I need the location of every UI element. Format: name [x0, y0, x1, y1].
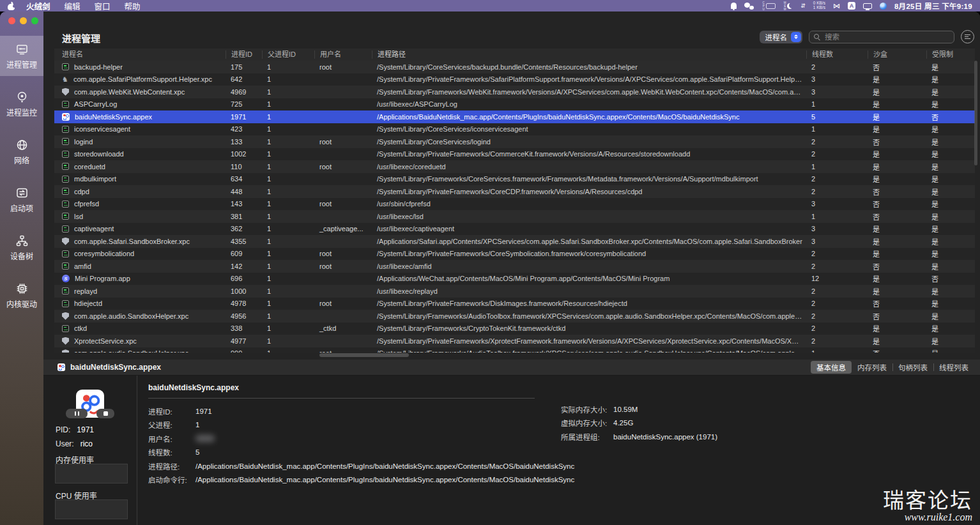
pid-cell: 4956	[226, 312, 262, 320]
tab-基本信息[interactable]: 基本信息	[811, 361, 852, 374]
sidebar-item-内核驱动[interactable]: 内核驱动	[0, 275, 43, 316]
process-name-cell: cdpd	[54, 188, 226, 195]
threads-cell: 3	[806, 200, 868, 208]
table-row[interactable]: iconservicesagent4231/System/Library/Cor…	[54, 123, 975, 136]
menu-item-1[interactable]: 编辑	[65, 0, 80, 12]
table-row[interactable]: ctkd3381_ctkd/System/Library/Frameworks/…	[54, 323, 975, 335]
filter-select[interactable]: 进程名	[760, 31, 803, 43]
table-row[interactable]: SMini Program.app6961/Applications/WeCha…	[54, 273, 975, 285]
menu-item-2[interactable]: 窗口	[95, 0, 111, 12]
table-row[interactable]: com.apple.WebKit.WebContent.xpc49691/Sys…	[54, 86, 975, 98]
table-row[interactable]: amfid1421root/usr/libexec/amfid2否是	[54, 260, 975, 273]
process-name-cell: baiduNetdiskSync.appex	[54, 113, 226, 121]
column-header-1[interactable]: 进程ID	[226, 50, 262, 59]
sidebar-nav: 进程管理进程监控网络启动项设备树内核驱动	[0, 36, 43, 323]
table-row[interactable]: com.apple.audio.SandboxHelper.xpc49561/S…	[54, 310, 975, 323]
table-row[interactable]: captiveagent3621_captiveage.../usr/libex…	[54, 223, 975, 236]
column-header-0[interactable]: 进程名	[54, 50, 226, 59]
process-name: replayd	[74, 287, 97, 295]
sidebar-item-启动项[interactable]: 启动项	[0, 179, 43, 220]
restricted-cell: 是	[926, 87, 975, 97]
sidebar-item-进程管理[interactable]: 进程管理	[0, 36, 43, 76]
tab-内存列表[interactable]: 内存列表	[852, 361, 892, 374]
table-row[interactable]: XprotectService.xpc49771/System/Library/…	[54, 335, 975, 347]
column-header-3[interactable]: 用户名	[314, 50, 372, 59]
table-row[interactable]: ASPCarryLog7251/usr/libexec/ASPCarryLog1…	[54, 98, 975, 111]
process-name-cell: storedownloadd	[54, 150, 226, 158]
menubar-clock[interactable]: 8月25日 周三 下午9:19	[894, 1, 972, 11]
restricted-cell: 否	[926, 273, 975, 284]
vertical-scrollbar-thumb[interactable]	[974, 61, 977, 165]
bowtie-icon[interactable]: ⋈	[833, 3, 840, 10]
tab-线程列表[interactable]: 线程列表	[933, 361, 974, 374]
sidebar-item-设备树[interactable]: 设备树	[0, 227, 43, 268]
minimize-button[interactable]	[20, 17, 27, 24]
sandbox-cell: 是	[868, 273, 926, 284]
threads-cell: 3	[806, 238, 868, 245]
process-name: baiduNetdiskSync.appex	[75, 113, 152, 121]
basic-info-section: baiduNetdiskSync.appex 进程ID:1971父进程:1用户名…	[148, 383, 507, 487]
field-value: baiduNetdiskSync.appex (1971)	[613, 433, 717, 441]
table-row[interactable]: mdbulkimport6341/System/Library/Framewor…	[54, 173, 975, 186]
table-row[interactable]: cdpd4481/System/Library/PrivateFramework…	[54, 185, 975, 198]
horizontal-scrollbar-thumb[interactable]	[319, 353, 409, 357]
browser-icon[interactable]	[880, 3, 887, 10]
zoom-button[interactable]	[31, 17, 38, 24]
column-options-button[interactable]	[961, 30, 974, 43]
path-cell: /System/Library/Frameworks/CoreServices.…	[372, 175, 806, 183]
sidebar-item-网络[interactable]: 网络	[0, 132, 43, 172]
column-header-2[interactable]: 父进程ID	[262, 50, 314, 59]
info-field: 进程ID:1971	[148, 404, 507, 418]
table-row[interactable]: logind1331root/System/Library/CoreServic…	[54, 135, 975, 148]
basic-info-title: baiduNetdiskSync.appex	[148, 383, 507, 392]
sandbox-cell: 是	[868, 323, 926, 333]
table-row[interactable]: ♞com.apple.SafariPlatformSupport.Helper.…	[54, 73, 975, 86]
column-header-7[interactable]: 受限制	[926, 50, 975, 59]
process-name: ctkd	[74, 324, 87, 332]
table-row[interactable]: cfprefsd1431root/usr/sbin/cfprefsd3否是	[54, 198, 975, 211]
column-header-5[interactable]: 线程数	[806, 50, 868, 59]
ppid-cell: 1	[262, 287, 314, 295]
filter-select-value: 进程名	[765, 32, 788, 42]
pause-process-button[interactable]	[66, 409, 88, 418]
ppid-cell: 1	[262, 238, 314, 245]
table-row[interactable]: lsd3811/usr/libexec/lsd1否是	[54, 210, 975, 223]
table-row[interactable]: baiduNetdiskSync.appex19711/Applications…	[54, 110, 975, 123]
table-row[interactable]: com.apple.audio.SandboxHelper.xpc9991roo…	[54, 347, 975, 353]
notification-bell-icon[interactable]	[731, 3, 737, 9]
process-name: iconservicesagent	[74, 125, 130, 133]
input-source-icon[interactable]: A	[848, 2, 855, 10]
close-button[interactable]	[8, 17, 15, 24]
ppid-cell: 1	[262, 300, 314, 307]
table-row[interactable]: com.apple.Safari.SandboxBroker.xpc43551/…	[54, 235, 975, 248]
cpu-meter-icon[interactable]: CPU	[762, 1, 776, 11]
process-name-cell: captiveagent	[54, 225, 226, 232]
stop-process-button[interactable]	[96, 409, 114, 418]
restricted-cell: 是	[926, 186, 975, 197]
table-row[interactable]: backupd-helper1751root/System/Library/Co…	[54, 61, 975, 73]
table-row[interactable]: storedownloadd10021/System/Library/Priva…	[54, 148, 975, 161]
field-label: 用户名:	[148, 434, 195, 444]
transfer-arrows-icon[interactable]: ⇵	[800, 3, 806, 9]
ppid-cell: 1	[262, 312, 314, 320]
menu-item-3[interactable]: 帮助	[125, 0, 141, 12]
mem-meter-icon[interactable]: MEM	[783, 1, 793, 11]
sandbox-cell: 是	[868, 286, 926, 296]
table-row[interactable]: replayd10001/usr/libexec/replayd2是是	[54, 285, 975, 298]
table-row[interactable]: coreduetd1101root/usr/libexec/coreduetd1…	[54, 160, 975, 173]
apple-logo-icon[interactable]	[8, 2, 15, 10]
column-header-4[interactable]: 进程路径	[372, 50, 806, 59]
table-row[interactable]: coresymbolicationd6091root/System/Librar…	[54, 248, 975, 261]
sidebar-item-进程监控[interactable]: 进程监控	[0, 84, 43, 124]
tab-句柄列表[interactable]: 句柄列表	[892, 361, 933, 374]
process-name-cell: ♞com.apple.SafariPlatformSupport.Helper.…	[54, 75, 226, 83]
wechat-icon[interactable]	[744, 3, 754, 10]
terminal-icon	[62, 201, 69, 208]
table-row[interactable]: hdiejectd49781root/System/Library/Privat…	[54, 298, 975, 310]
search-input[interactable]	[823, 33, 949, 42]
display-icon[interactable]	[863, 3, 872, 9]
menu-item-0[interactable]: 火绒剑	[26, 0, 50, 12]
network-speed[interactable]: 0 KB/s 1 KB/s	[813, 1, 825, 10]
column-header-6[interactable]: 沙盒	[868, 50, 926, 59]
process-name: backupd-helper	[74, 63, 123, 71]
